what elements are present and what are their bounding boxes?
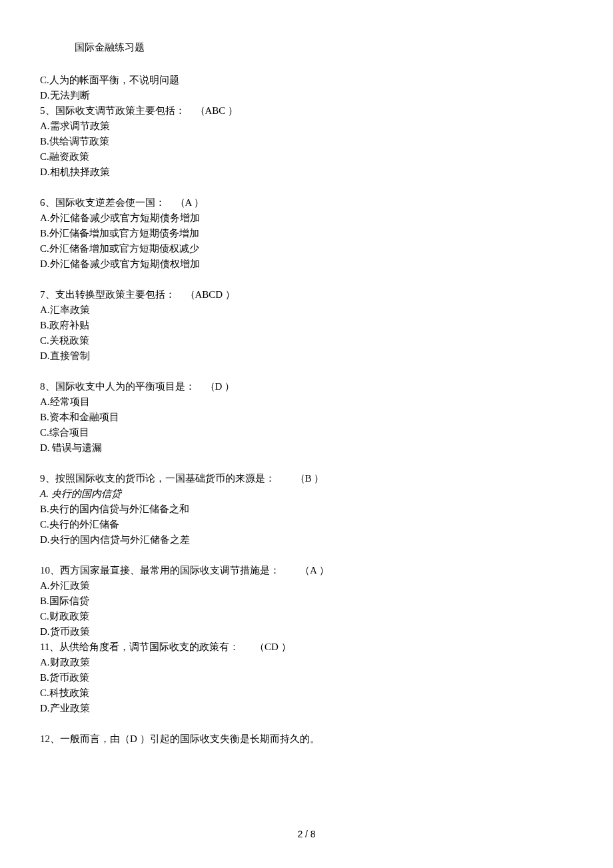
question-text: 10、西方国家最直接、最常用的国际收支调节措施是： — [40, 563, 280, 578]
option-text: B.资本和金融项目 — [40, 410, 613, 425]
header-title: 国际金融练习题 — [75, 42, 145, 53]
option-text: C.科技政策 — [40, 685, 613, 701]
option-text: D.外汇储备减少或官方短期债权增加 — [40, 256, 613, 272]
option-text: C.央行的外汇储备 — [40, 517, 613, 532]
option-text: C.人为的帐面平衡，不说明问题 — [40, 73, 613, 88]
answer-text: （A ） — [165, 195, 205, 211]
question-line: 7、支出转换型政策主要包括： （ABCD ） — [40, 287, 613, 302]
question-line: 6、国际收支逆差会使一国： （A ） — [40, 195, 613, 211]
option-text: C.融资政策 — [40, 149, 613, 165]
option-text: C.外汇储备增加或官方短期债权减少 — [40, 241, 613, 256]
question-text: 6、国际收支逆差会使一国： — [40, 195, 165, 211]
spacer — [40, 456, 613, 471]
option-text: B.供给调节政策 — [40, 134, 613, 149]
option-text: B.外汇储备增加或官方短期债务增加 — [40, 226, 613, 241]
option-text: B.央行的国内信贷与外汇储备之和 — [40, 502, 613, 517]
answer-text: （D ） — [195, 379, 235, 394]
option-text: B.政府补贴 — [40, 318, 613, 333]
answer-text: （ABC ） — [185, 103, 239, 119]
question-line: 10、西方国家最直接、最常用的国际收支调节措施是： （A ） — [40, 563, 613, 578]
option-text: B.货币政策 — [40, 670, 613, 685]
question-line: 8、国际收支中人为的平衡项目是： （D ） — [40, 379, 613, 394]
question-text: 5、国际收支调节政策主要包括： — [40, 103, 185, 119]
option-text: D.央行的国内信贷与外汇储备之差 — [40, 532, 613, 548]
spacer — [40, 180, 613, 195]
content-area: C.人为的帐面平衡，不说明问题 D.无法判断 5、国际收支调节政策主要包括： （… — [0, 54, 613, 747]
question-line: 11、从供给角度看，调节国际收支的政策有： （CD ） — [40, 640, 613, 655]
option-text: A.财政政策 — [40, 655, 613, 670]
option-text: A.需求调节政策 — [40, 119, 613, 134]
option-text: C.财政政策 — [40, 609, 613, 624]
option-text: A.外汇政策 — [40, 578, 613, 594]
option-text: A. 央行的国内信贷 — [40, 486, 613, 502]
spacer — [40, 364, 613, 379]
question-text: 8、国际收支中人为的平衡项目是： — [40, 379, 195, 394]
option-text: D.直接管制 — [40, 348, 613, 364]
question-text: 9、按照国际收支的货币论，一国基础货币的来源是： — [40, 471, 275, 486]
option-text: A.经常项目 — [40, 394, 613, 410]
spacer — [40, 272, 613, 287]
page-number: 2 / 8 — [297, 829, 315, 839]
page-header: 国际金融练习题 — [0, 0, 613, 54]
question-text: 12、一般而言，由（D ）引起的国际收支失衡是长期而持久的。 — [40, 731, 613, 747]
option-text: A.汇率政策 — [40, 302, 613, 318]
option-text: D.产业政策 — [40, 701, 613, 716]
option-text: D.无法判断 — [40, 88, 613, 103]
spacer — [40, 548, 613, 563]
option-text: B.国际信贷 — [40, 594, 613, 609]
question-line: 5、国际收支调节政策主要包括： （ABC ） — [40, 103, 613, 119]
answer-text: （CD ） — [239, 640, 291, 655]
answer-text: （ABCD ） — [175, 287, 235, 302]
page-footer: 2 / 8 — [0, 829, 613, 839]
option-text: C.关税政策 — [40, 333, 613, 348]
option-text: A.外汇储备减少或官方短期债务增加 — [40, 211, 613, 226]
spacer — [40, 716, 613, 731]
question-text: 7、支出转换型政策主要包括： — [40, 287, 175, 302]
option-text: D. 错误与遗漏 — [40, 440, 613, 456]
answer-text: （B ） — [275, 471, 324, 486]
question-line: 9、按照国际收支的货币论，一国基础货币的来源是： （B ） — [40, 471, 613, 486]
option-text: D.相机抉择政策 — [40, 165, 613, 180]
answer-text: （A ） — [280, 563, 329, 578]
option-text: C.综合项目 — [40, 425, 613, 440]
option-text: D.货币政策 — [40, 624, 613, 640]
question-text: 11、从供给角度看，调节国际收支的政策有： — [40, 640, 239, 655]
